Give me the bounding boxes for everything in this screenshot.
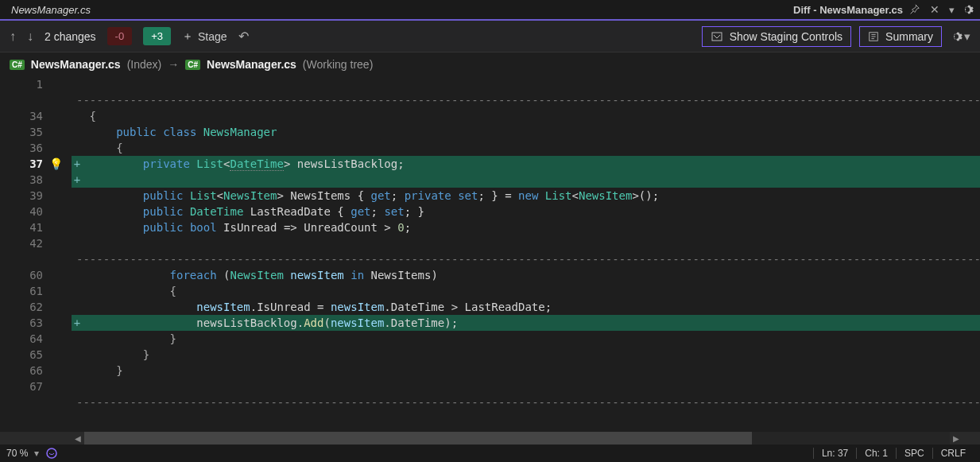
changes-count: 2 changes (45, 30, 96, 43)
svg-point-2 (47, 448, 56, 458)
editor: 1 34 35 36 37💡 38 39 40 41 42 60 61 62 6… (0, 76, 980, 432)
summary-label: Summary (885, 30, 933, 43)
chevron-down-icon[interactable]: ▾ (34, 448, 39, 459)
line-number: 35 (0, 126, 48, 138)
gutter: 1 34 35 36 37💡 38 39 40 41 42 60 61 62 6… (0, 76, 72, 432)
chevron-down-icon: ▾ (964, 29, 970, 44)
additions-badge: +3 (143, 27, 171, 45)
line-number: 41 (0, 221, 48, 234)
hscroll-track[interactable] (84, 432, 950, 445)
code-area[interactable]: ----------------------------------------… (72, 76, 980, 432)
line-number: 64 (0, 332, 48, 345)
plus-icon: ＋ (182, 29, 193, 44)
separator: ----------------------------------------… (76, 396, 980, 409)
zoom-level[interactable]: 70 % (6, 448, 28, 459)
lightbulb-icon[interactable]: 💡 (48, 157, 64, 170)
tab-file[interactable]: NewsManager.cs (0, 0, 102, 19)
summary-button[interactable]: Summary (859, 26, 942, 47)
status-indent[interactable]: SPC (896, 448, 932, 459)
show-staging-label: Show Staging Controls (730, 30, 842, 43)
line-number: 38 (0, 173, 48, 186)
close-icon[interactable]: ✕ (927, 3, 943, 16)
toolbar-right: Show Staging Controls Summary ▾ (702, 26, 970, 47)
tab-label: NewsManager.cs (11, 4, 91, 16)
next-change-icon[interactable]: ↓ (27, 29, 33, 44)
addition-marker: + (72, 173, 83, 186)
addition-marker: + (72, 316, 83, 329)
prev-change-icon[interactable]: ↑ (10, 29, 16, 44)
scroll-right-icon[interactable]: ▶ (950, 434, 963, 443)
pin-icon[interactable] (909, 4, 920, 15)
scrollbar-horizontal[interactable]: ◀ ▶ (0, 432, 980, 445)
breadcrumb-suffix-right: (Working tree) (303, 58, 373, 71)
staging-icon (711, 30, 723, 43)
line-number: 37 (0, 157, 48, 170)
line-number: 36 (0, 142, 48, 154)
tab-right-group: Diff - NewsManager.cs ✕ ▾ (793, 0, 980, 19)
status-line[interactable]: Ln: 37 (813, 448, 856, 459)
line-number: 60 (0, 269, 48, 281)
line-number: 40 (0, 205, 48, 218)
addition-marker: + (72, 157, 83, 170)
scroll-left-icon[interactable]: ◀ (72, 434, 84, 443)
line-number: 62 (0, 301, 48, 313)
tab-bar: NewsManager.cs Diff - NewsManager.cs ✕ ▾ (0, 0, 980, 21)
show-staging-controls-button[interactable]: Show Staging Controls (702, 26, 851, 47)
csharp-badge: C# (10, 60, 25, 70)
undo-icon[interactable]: ↶ (238, 29, 249, 44)
chevron-down-icon[interactable]: ▾ (949, 4, 955, 16)
gear-icon[interactable] (961, 3, 974, 16)
diff-title: Diff - NewsManager.cs (793, 4, 903, 16)
stage-button[interactable]: ＋ Stage (182, 29, 227, 44)
breadcrumb: C# NewsManager.cs (Index) → C# NewsManag… (0, 52, 980, 76)
breadcrumb-file-left: NewsManager.cs (31, 58, 121, 71)
svg-rect-0 (712, 33, 722, 41)
summary-icon (868, 31, 879, 42)
line-number: 34 (0, 110, 48, 122)
arrow-icon: → (168, 58, 179, 71)
line-number: 42 (0, 237, 48, 250)
stage-label: Stage (198, 30, 227, 43)
hscroll-thumb[interactable] (84, 432, 752, 445)
line-number: 67 (0, 380, 48, 393)
status-eol[interactable]: CRLF (932, 448, 974, 459)
deletions-badge: -0 (107, 27, 133, 45)
separator: ----------------------------------------… (76, 253, 980, 266)
feedback-icon[interactable] (45, 447, 58, 460)
line-number: 65 (0, 348, 48, 361)
breadcrumb-suffix-left: (Index) (127, 58, 162, 71)
line-number: 66 (0, 364, 48, 377)
settings-button[interactable]: ▾ (950, 29, 970, 44)
breadcrumb-file-right: NewsManager.cs (207, 58, 296, 71)
line-number: 63 (0, 316, 48, 329)
toolbar: ↑ ↓ 2 changes -0 +3 ＋ Stage ↶ Show Stagi… (0, 21, 980, 52)
status-bar: 70 % ▾ Ln: 37 Ch: 1 SPC CRLF (0, 445, 980, 462)
separator: ----------------------------------------… (76, 94, 980, 107)
csharp-badge: C# (185, 60, 200, 70)
status-col[interactable]: Ch: 1 (856, 448, 896, 459)
line-number: 39 (0, 189, 48, 202)
line-number: 1 (0, 78, 48, 91)
line-number: 61 (0, 285, 48, 297)
